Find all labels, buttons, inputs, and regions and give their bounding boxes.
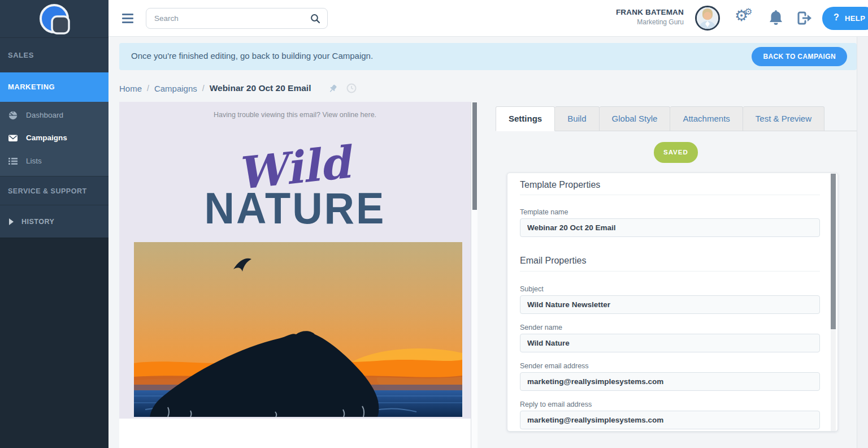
sidebar-item-sales[interactable]: SALES xyxy=(0,37,108,72)
search-input[interactable] xyxy=(154,8,307,28)
history-clock-icon[interactable] xyxy=(346,83,357,93)
sidebar: SALES MARKETING Dashboard Campaigns xyxy=(0,0,108,448)
section-title-template: Template Properties xyxy=(520,180,600,190)
pin-icon[interactable] xyxy=(328,84,338,93)
nature-logo-text: NATURE xyxy=(119,183,471,233)
sidebar-item-history[interactable]: HISTORY xyxy=(0,205,108,238)
subject-input[interactable] xyxy=(520,295,820,314)
section-divider xyxy=(520,195,820,195)
envelope-icon xyxy=(8,133,18,143)
brand-logo-icon xyxy=(33,2,75,38)
question-mark-icon: ? xyxy=(834,12,839,23)
sidebar-item-campaigns[interactable]: Campaigns xyxy=(0,127,108,149)
breadcrumb-current: Webinar 20 Oct 20 Email xyxy=(210,83,311,93)
notifications-bell-icon[interactable] xyxy=(769,10,783,27)
breadcrumb-home[interactable]: Home xyxy=(119,84,142,93)
sidebar-marketing-submenu: Dashboard Campaigns Lists xyxy=(0,102,108,176)
email-header-section: Having trouble viewing this email? View … xyxy=(119,102,471,419)
back-to-campaign-button[interactable]: BACK TO CAMPAIGN xyxy=(752,47,847,66)
tab-test-preview[interactable]: Test & Preview xyxy=(743,106,824,131)
menu-icon[interactable] xyxy=(122,14,133,23)
help-button[interactable]: ? HELP xyxy=(822,7,868,30)
settings-gears-icon[interactable]: ⚙⚙ xyxy=(735,8,748,24)
user-role: Marketing Guru xyxy=(616,18,684,26)
info-banner: Once you're finished editing, go back to… xyxy=(119,43,857,70)
field-label: Reply to email address xyxy=(520,400,592,408)
sidebar-item-dashboard[interactable]: Dashboard xyxy=(0,104,108,127)
saved-status-badge: SAVED xyxy=(654,142,698,163)
avatar-photo xyxy=(697,7,718,29)
field-label: Sender name xyxy=(520,324,562,331)
field-label: Template name xyxy=(520,208,568,216)
reply-to-email-input[interactable] xyxy=(520,411,820,429)
tab-build[interactable]: Build xyxy=(555,106,599,131)
banner-message: Once you're finished editing, go back to… xyxy=(131,51,373,61)
section-title-email: Email Properties xyxy=(520,256,586,266)
card-scrollbar[interactable] xyxy=(831,174,836,431)
logout-icon[interactable] xyxy=(797,11,813,25)
gauge-icon xyxy=(8,110,18,120)
preview-scrollbar-thumb[interactable] xyxy=(472,102,477,210)
template-name-input[interactable] xyxy=(520,218,820,237)
help-label: HELP xyxy=(845,14,865,23)
sidebar-item-lists[interactable]: Lists xyxy=(0,150,108,173)
triangle-right-icon xyxy=(9,218,14,225)
sender-name-input[interactable] xyxy=(520,334,820,352)
section-divider xyxy=(520,271,820,272)
breadcrumb-separator: / xyxy=(202,84,205,93)
sidebar-item-label: Lists xyxy=(26,150,42,173)
list-icon xyxy=(8,156,18,166)
tab-settings[interactable]: Settings xyxy=(496,106,555,131)
field-label: Sender email address xyxy=(520,362,589,370)
search-icon[interactable] xyxy=(310,14,320,24)
sidebar-item-service-support[interactable]: SERVICE & SUPPORT xyxy=(0,176,108,205)
breadcrumb: Home / Campaigns / Webinar 20 Oct 20 Ema… xyxy=(119,82,357,94)
sidebar-item-label: Dashboard xyxy=(26,104,63,127)
avatar[interactable] xyxy=(695,6,720,31)
sidebar-item-marketing[interactable]: MARKETING xyxy=(0,72,108,102)
tab-attachments[interactable]: Attachments xyxy=(670,106,743,131)
sidebar-item-label: Campaigns xyxy=(26,127,67,149)
preview-scrollbar[interactable] xyxy=(471,102,478,448)
logo-area xyxy=(0,0,108,37)
field-label: Subject xyxy=(520,285,544,293)
global-search xyxy=(146,8,328,29)
tab-bar: Settings Build Global Style Attachments … xyxy=(496,106,824,131)
card-scrollbar-thumb[interactable] xyxy=(831,174,836,329)
sidebar-item-label: HISTORY xyxy=(21,205,54,238)
template-settings-card: Template Properties Template name Email … xyxy=(507,173,838,432)
email-preview-panel: Having trouble viewing this email? View … xyxy=(119,102,478,448)
breadcrumb-campaigns[interactable]: Campaigns xyxy=(154,84,197,93)
tab-global-style[interactable]: Global Style xyxy=(600,106,671,131)
view-online-text[interactable]: Having trouble viewing this email? View … xyxy=(119,111,471,119)
sender-email-input[interactable] xyxy=(520,372,820,391)
right-gutter xyxy=(857,37,868,448)
app-window: SALES MARKETING Dashboard Campaigns xyxy=(0,0,868,448)
user-name: FRANK BATEMAN xyxy=(616,8,684,16)
user-info[interactable]: FRANK BATEMAN Marketing Guru xyxy=(616,8,684,26)
breadcrumb-separator: / xyxy=(147,84,149,93)
whale-sunset-photo xyxy=(134,242,462,417)
top-bar: FRANK BATEMAN Marketing Guru ⚙⚙ xyxy=(108,0,868,37)
